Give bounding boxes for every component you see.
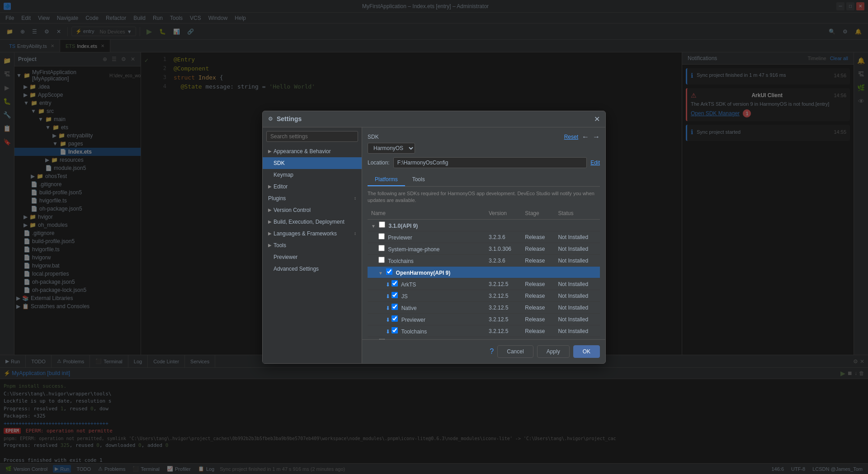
sdk-tab-platforms[interactable]: Platforms <box>368 174 405 186</box>
editor-label: Editor <box>274 183 288 190</box>
prev9-status: Not Installed <box>554 314 600 325</box>
toolchains-310-label: Toolchains <box>388 258 414 264</box>
row-native9: ⬇ Native 3.2.12.5 Release Not Installed <box>368 302 600 314</box>
oh9-ver <box>485 267 521 278</box>
sdk-forward-btn[interactable]: → <box>593 133 600 141</box>
previewer-310-status: Not Installed <box>554 231 600 243</box>
js9-check[interactable] <box>392 292 398 298</box>
sysimage-310-ver: 3.1.0.306 <box>485 243 521 255</box>
col-stage: Stage <box>521 207 554 220</box>
native9-name: ⬇ Native <box>368 302 485 314</box>
dialog-menu-advanced[interactable]: Advanced Settings <box>263 263 362 275</box>
tools9-status: Not Installed <box>554 325 600 337</box>
dialog-menu-tools[interactable]: ▶ Tools <box>263 239 362 251</box>
sysimage-310-check[interactable] <box>378 245 385 251</box>
keymap-label: Keymap <box>274 172 293 178</box>
row-sysimage-310: System-image-phone 3.1.0.306 Release Not… <box>368 243 600 255</box>
plugins-badge: ↕ <box>354 196 356 201</box>
js9-ver: 3.2.12.5 <box>485 290 521 302</box>
sdk-back-btn[interactable]: ← <box>582 133 589 141</box>
toolchains-310-check[interactable] <box>378 257 385 263</box>
dialog-help-button[interactable]: ? <box>490 345 494 358</box>
row-tools9: ⬇ Toolchains 3.2.12.5 Release Not Instal… <box>368 325 600 337</box>
arkts9-status: Not Installed <box>554 278 600 290</box>
group-310-check[interactable] <box>379 221 385 228</box>
dialog-menu-plugins[interactable]: Plugins ↕ <box>263 192 362 204</box>
sdk-table-container[interactable]: Name Version Stage Status <box>368 207 600 339</box>
sdk-type-select[interactable]: HarmonyOS <box>368 143 415 154</box>
dialog-menu-keymap[interactable]: Keymap <box>263 169 362 181</box>
native9-label: Native <box>401 305 417 311</box>
dialog-menu-vcs[interactable]: ▶ Version Control <box>263 204 362 216</box>
previewer-310-label: Previewer <box>388 235 412 241</box>
plugins-label: Plugins <box>268 195 286 202</box>
group-310-toggle[interactable]: ▼ <box>371 224 376 229</box>
arkts9-check[interactable] <box>392 280 398 286</box>
lang-badge: ↕ <box>354 231 356 236</box>
sdk-tabs: Platforms Tools <box>368 174 600 187</box>
dialog-close-button[interactable]: ✕ <box>594 115 600 123</box>
dialog-menu-previewer[interactable]: Previewer <box>263 251 362 263</box>
dialog-apply-button[interactable]: Apply <box>537 345 570 358</box>
sdk-location-input[interactable] <box>393 157 587 168</box>
prev9-ver: 3.2.12.5 <box>485 314 521 325</box>
arkts9-download[interactable]: ⬇ <box>386 282 390 288</box>
build-arrow: ▶ <box>268 219 272 224</box>
tools9-name: ⬇ Toolchains <box>368 325 485 337</box>
oh9-check[interactable] <box>386 268 392 275</box>
js9-name: ⬇ JS <box>368 290 485 302</box>
prev9-label: Previewer <box>401 317 425 323</box>
dialog-menu-editor[interactable]: ▶ Editor <box>263 181 362 192</box>
dialog-menu-build[interactable]: ▶ Build, Execution, Deployment <box>263 216 362 228</box>
dialog-titlebar: ⚙ Settings ✕ <box>263 111 605 127</box>
arkts9-ver: 3.2.12.5 <box>485 278 521 290</box>
js9-label: JS <box>401 293 408 300</box>
settings-search-input[interactable] <box>266 131 358 142</box>
oh9-toggle[interactable]: ▼ <box>378 271 383 276</box>
dialog-menu-languages[interactable]: ▶ Languages & Frameworks ↕ <box>263 228 362 239</box>
advanced-label: Advanced Settings <box>274 266 319 272</box>
sdk-tab-tools[interactable]: Tools <box>405 174 432 186</box>
dialog-body: ▶ Appearance & Behavior SDK Keymap ▶ Edi… <box>263 127 605 363</box>
lang-arrow: ▶ <box>268 231 272 236</box>
sysimage-310-status: Not Installed <box>554 243 600 255</box>
native9-download[interactable]: ⬇ <box>386 305 390 311</box>
dialog-cancel-button[interactable]: Cancel <box>497 345 533 358</box>
row-arkts9: ⬇ ArkTS 3.2.12.5 Release Not Installed <box>368 278 600 290</box>
dialog-right-panel: SDK Reset ← → HarmonyOS <box>362 127 605 363</box>
tools-settings-label: Tools <box>274 242 286 249</box>
sdk-content: SDK Reset ← → HarmonyOS <box>362 127 605 339</box>
prev9-stage: Release <box>521 314 554 325</box>
dialog-ok-button[interactable]: OK <box>573 345 600 358</box>
sdk-table: Name Version Stage Status <box>368 207 600 339</box>
group-310-ver <box>485 220 521 231</box>
toolchains-310-status: Not Installed <box>554 255 600 267</box>
dialog-menu-sdk[interactable]: SDK <box>263 157 362 169</box>
dialog-menu: ▶ Appearance & Behavior SDK Keymap ▶ Edi… <box>263 145 362 363</box>
native9-check[interactable] <box>392 304 398 310</box>
settings-icon: ⚙ <box>268 116 273 122</box>
sdk-edit-button[interactable]: Edit <box>590 160 600 166</box>
native9-ver: 3.2.12.5 <box>485 302 521 314</box>
previewer-310-check[interactable] <box>378 233 385 239</box>
tools9-download[interactable]: ⬇ <box>386 329 390 335</box>
tools9-check[interactable] <box>392 327 398 333</box>
prev9-check[interactable] <box>392 315 398 322</box>
toolchains-310-name: Toolchains <box>368 255 485 267</box>
oh9-stage <box>521 267 554 278</box>
sdk-reset-link[interactable]: Reset <box>564 134 578 140</box>
sdk-description: The following are SDKs required for Harm… <box>368 190 600 204</box>
tools9-stage: Release <box>521 325 554 337</box>
vcs-settings-label: Version Control <box>274 207 311 213</box>
js9-stage: Release <box>521 290 554 302</box>
native9-stage: Release <box>521 302 554 314</box>
row-openharmony9: ▼ OpenHarmony(API 9) <box>368 267 600 278</box>
sdk-header-controls: Reset ← → <box>564 133 600 141</box>
oh9-name: ▼ OpenHarmony(API 9) <box>368 267 485 278</box>
row-toolchains-310: Toolchains 3.2.3.6 Release Not Installed <box>368 255 600 267</box>
js9-download[interactable]: ⬇ <box>386 293 390 300</box>
dialog-menu-appearance[interactable]: ▶ Appearance & Behavior <box>263 145 362 157</box>
dialog-footer: ? Cancel Apply OK <box>362 339 605 363</box>
tools-arrow: ▶ <box>268 243 272 248</box>
prev9-download[interactable]: ⬇ <box>386 317 390 323</box>
